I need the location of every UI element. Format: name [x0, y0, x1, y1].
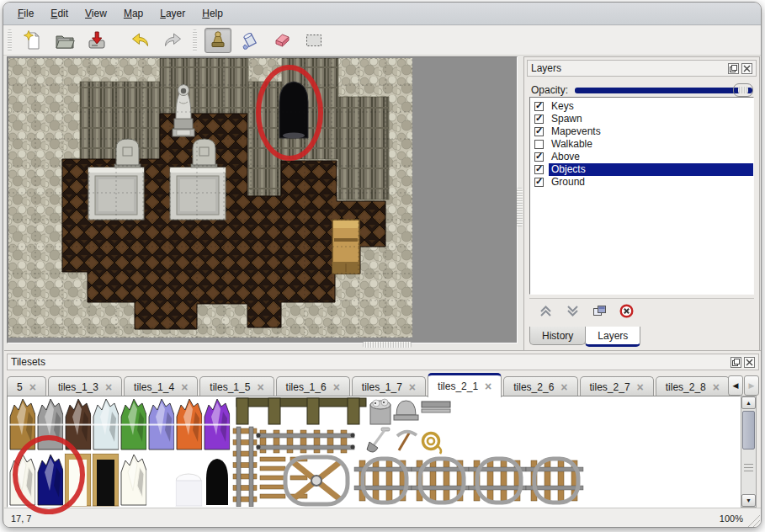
- layer-name-text: Mapevents: [551, 125, 601, 137]
- layer-name[interactable]: Above: [549, 151, 753, 163]
- close-tab-icon[interactable]: ×: [409, 381, 416, 393]
- close-tab-icon[interactable]: ×: [29, 381, 36, 393]
- menu-help[interactable]: Help: [194, 5, 231, 22]
- layer-visibility-checkbox[interactable]: ✓: [534, 178, 544, 187]
- close-tab-icon[interactable]: ×: [560, 381, 567, 393]
- tilesets-panel-titlebar[interactable]: Tilesets: [7, 354, 759, 370]
- tileset-view[interactable]: [7, 396, 741, 508]
- layer-row[interactable]: ✓ Walkable: [530, 138, 753, 151]
- layer-visibility-checkbox[interactable]: ✓: [534, 114, 544, 124]
- layer-name[interactable]: Walkable: [549, 138, 753, 151]
- layer-name-text: Above: [551, 151, 580, 162]
- close-panel-button[interactable]: [741, 63, 752, 74]
- fill-tool-button[interactable]: [236, 28, 263, 53]
- layer-row[interactable]: ✓ Keys: [530, 100, 753, 113]
- opacity-label: Opacity:: [531, 84, 568, 96]
- save-map-button[interactable]: [83, 28, 110, 53]
- layer-row[interactable]: ✓ Objects: [530, 163, 753, 176]
- open-folder-icon: [54, 29, 76, 51]
- tombstone-left: [114, 139, 141, 168]
- close-tab-icon[interactable]: ×: [485, 380, 491, 392]
- tab-label: Layers: [598, 330, 628, 342]
- menu-map[interactable]: Map: [116, 5, 151, 22]
- layer-visibility-checkbox[interactable]: ✓: [534, 165, 544, 174]
- eraser-tool-icon: [271, 29, 293, 51]
- delete-layer-button[interactable]: [615, 301, 637, 322]
- tileset-tab[interactable]: tiles_1_3×: [48, 376, 122, 396]
- tileset-tab[interactable]: tiles_1_7×: [352, 376, 426, 396]
- opacity-row: Opacity:: [531, 82, 752, 98]
- duplicate-layer-button[interactable]: [588, 301, 610, 322]
- move-layer-down-button[interactable]: [561, 301, 583, 322]
- toolbar-handle[interactable]: [8, 29, 12, 51]
- scroll-tabs-right-button[interactable]: ▶: [744, 375, 759, 396]
- float-panel-button[interactable]: [728, 63, 739, 74]
- tileset-tab[interactable]: tiles_2_7×: [580, 376, 654, 396]
- menu-view[interactable]: View: [77, 5, 114, 22]
- scroll-down-button[interactable]: ▼: [741, 494, 756, 507]
- vertical-splitter[interactable]: [517, 188, 523, 226]
- stamp-tool-button[interactable]: [205, 28, 231, 53]
- toolbar-handle[interactable]: [193, 29, 197, 51]
- layer-name-text: Spawn: [551, 113, 582, 125]
- resize-grip[interactable]: [747, 514, 760, 527]
- horizontal-splitter[interactable]: [363, 342, 412, 348]
- layer-visibility-checkbox[interactable]: ✓: [534, 152, 544, 162]
- menu-layer[interactable]: Layer: [152, 5, 193, 22]
- layer-row[interactable]: ✓ Mapevents: [530, 125, 753, 138]
- close-tab-icon[interactable]: ×: [713, 381, 720, 393]
- tombstone-right: [191, 139, 217, 168]
- tileset-tab[interactable]: tiles_2_1×: [428, 373, 502, 397]
- new-map-button[interactable]: [19, 28, 46, 53]
- layer-name[interactable]: Mapevents: [549, 125, 753, 138]
- scrollbar-thumb[interactable]: [742, 411, 755, 450]
- tileset-tab[interactable]: 5×: [7, 376, 46, 396]
- tileset-tab[interactable]: tiles_2_8×: [656, 376, 730, 396]
- close-tab-icon[interactable]: ×: [181, 381, 188, 393]
- tab-label: tiles_1_5: [210, 381, 250, 393]
- menu-edit[interactable]: Edit: [43, 5, 76, 22]
- status-bar: 17, 7 100%: [4, 508, 762, 528]
- layer-name[interactable]: Spawn: [549, 113, 753, 125]
- layers-panel-titlebar[interactable]: Layers: [527, 60, 757, 77]
- arrow-up-icon: ▲: [746, 400, 752, 406]
- undo-button[interactable]: [127, 28, 154, 53]
- layer-name[interactable]: Keys: [549, 100, 753, 113]
- redo-button[interactable]: [159, 28, 186, 53]
- tileset-tab[interactable]: tiles_1_5×: [199, 376, 274, 396]
- layer-name[interactable]: Objects: [549, 163, 753, 176]
- tileset-tab[interactable]: tiles_1_4×: [124, 376, 198, 396]
- move-layer-up-button[interactable]: [534, 301, 556, 322]
- tilesets-panel-title: Tilesets: [11, 356, 728, 368]
- layer-visibility-checkbox[interactable]: ✓: [534, 102, 544, 111]
- close-tab-icon[interactable]: ×: [637, 381, 644, 393]
- layer-visibility-checkbox[interactable]: ✓: [534, 127, 544, 136]
- layer-visibility-checkbox[interactable]: ✓: [534, 140, 544, 149]
- scroll-up-button[interactable]: ▲: [741, 396, 756, 409]
- float-panel-button[interactable]: [730, 357, 741, 368]
- tileset-scrollbar[interactable]: ▲ ▼: [741, 396, 757, 508]
- select-tool-button[interactable]: [300, 28, 327, 53]
- open-map-button[interactable]: [51, 28, 78, 53]
- opacity-slider-handle[interactable]: [733, 83, 753, 97]
- eraser-tool-button[interactable]: [268, 28, 295, 53]
- save-icon: [86, 29, 108, 51]
- layer-row[interactable]: ✓ Ground: [530, 176, 753, 189]
- close-tab-icon[interactable]: ×: [257, 381, 263, 393]
- tileset-tab[interactable]: tiles_2_6×: [503, 376, 577, 396]
- close-tab-icon[interactable]: ×: [105, 381, 112, 393]
- menu-file[interactable]: File: [10, 5, 41, 22]
- layer-row[interactable]: ✓ Spawn: [530, 113, 753, 125]
- arrow-right-icon: ▶: [749, 381, 755, 390]
- map-canvas[interactable]: [7, 56, 518, 343]
- tab-label: tiles_1_7: [362, 381, 402, 393]
- scroll-tabs-left-button[interactable]: ◀: [728, 375, 743, 396]
- opacity-slider[interactable]: [575, 88, 752, 93]
- layer-name[interactable]: Ground: [549, 176, 753, 189]
- tab-history[interactable]: History: [529, 327, 586, 345]
- close-tab-icon[interactable]: ×: [333, 381, 340, 393]
- close-panel-button[interactable]: [744, 357, 755, 368]
- layer-row[interactable]: ✓ Above: [530, 151, 753, 163]
- tab-layers[interactable]: Layers: [585, 327, 640, 347]
- tileset-tab[interactable]: tiles_1_6×: [276, 376, 350, 396]
